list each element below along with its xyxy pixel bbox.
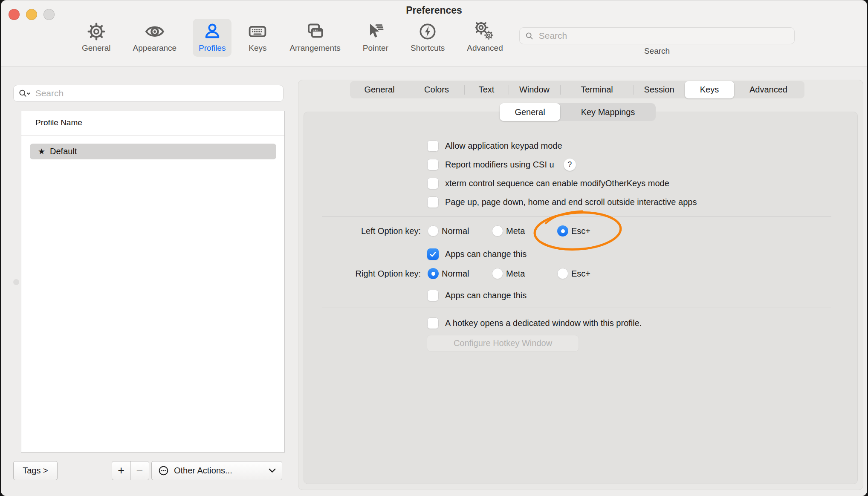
hotkey-checkbox[interactable] [427, 317, 439, 329]
tab-label: Window [519, 85, 550, 95]
left-option-meta[interactable]: Meta [492, 222, 525, 239]
checkbox-label: Allow application keypad mode [445, 141, 562, 151]
profile-section-tabs: General Colors Text Window Terminal Sess… [350, 81, 804, 98]
button-label: Configure Hotkey Window [454, 338, 552, 348]
toolbar-item-arrangements[interactable]: Arrangements [284, 19, 346, 57]
configure-hotkey-window-button[interactable]: Configure Hotkey Window [427, 335, 579, 352]
tab-label: Colors [424, 85, 449, 95]
right-apps-can-change-checkbox[interactable] [427, 290, 439, 301]
radio-label: Normal [442, 226, 469, 236]
toolbar-search-caption: Search [519, 46, 795, 56]
subtab-label: General [515, 107, 545, 117]
preferences-toolbar: General Appearance Profiles [76, 19, 509, 57]
subtab-key-mappings[interactable]: Key Mappings [560, 103, 656, 121]
toolbar-item-advanced[interactable]: Advanced [461, 19, 509, 57]
radio-esc[interactable] [557, 268, 568, 279]
left-apps-can-change-checkbox[interactable] [427, 248, 439, 260]
annotation-ellipse [528, 205, 628, 258]
plus-icon: + [118, 464, 124, 477]
tab-general[interactable]: General [350, 81, 409, 98]
toolbar-search-input[interactable] [538, 30, 789, 41]
minus-icon: − [136, 464, 143, 477]
tab-label: Advanced [749, 85, 787, 95]
tags-button[interactable]: Tags > [13, 461, 58, 480]
tab-label: Keys [700, 85, 719, 95]
check-icon [428, 250, 437, 259]
screenshot-stage: Preferences General [0, 0, 868, 496]
tab-label: General [364, 85, 394, 95]
remove-profile-button[interactable]: − [131, 461, 149, 480]
row-left-apps-can-change: Apps can change this [427, 245, 527, 262]
windows-icon [305, 22, 325, 41]
profile-row-default[interactable]: ★ Default [30, 144, 276, 159]
toolbar-search-field[interactable] [519, 27, 795, 44]
left-option-normal[interactable]: Normal [428, 222, 469, 239]
checkbox-label: Apps can change this [445, 249, 527, 259]
modify-other-keys-checkbox[interactable] [427, 178, 439, 189]
profile-list-header: Profile Name [35, 118, 82, 127]
toolbar-item-label: General [82, 43, 111, 53]
left-option-key-label: Left Option key: [299, 222, 421, 239]
row-csi-u: Report modifiers using CSI u ? [427, 156, 576, 173]
radio-normal[interactable] [428, 225, 439, 236]
radio-label: Meta [506, 226, 525, 236]
toolbar-item-shortcuts[interactable]: Shortcuts [405, 19, 451, 57]
toolbar-item-label: Keys [249, 43, 266, 53]
tab-terminal[interactable]: Terminal [560, 81, 634, 98]
radio-meta[interactable] [492, 268, 503, 279]
profile-search-input[interactable] [35, 88, 279, 99]
bolt-circle-icon [418, 22, 437, 41]
toolbar-item-keys[interactable]: Keys [242, 19, 273, 57]
toolbar-item-general[interactable]: General [76, 19, 117, 57]
window-title: Preferences [1, 5, 867, 16]
section-divider [322, 308, 831, 308]
toolbar-item-label: Advanced [467, 43, 503, 53]
page-scroll-checkbox[interactable] [427, 196, 439, 208]
help-button[interactable]: ? [564, 159, 576, 171]
tab-colors[interactable]: Colors [409, 81, 464, 98]
checkbox-label: xterm control sequence can enable modify… [445, 179, 669, 188]
toolbar-item-pointer[interactable]: Pointer [357, 19, 394, 57]
radio-normal-selected[interactable] [428, 268, 439, 279]
right-option-meta[interactable]: Meta [492, 265, 525, 282]
row-right-apps-can-change: Apps can change this [427, 287, 527, 304]
question-mark-icon: ? [567, 160, 572, 169]
tab-text[interactable]: Text [464, 81, 509, 98]
toolbar-item-label: Appearance [133, 43, 176, 53]
right-option-normal[interactable]: Normal [428, 265, 469, 282]
checkbox-label: Apps can change this [445, 291, 527, 300]
person-icon [203, 22, 222, 41]
keys-subtabs: General Key Mappings [500, 103, 656, 121]
pane-splitter-dot [13, 279, 19, 285]
other-actions-dropdown[interactable]: Other Actions... [151, 461, 282, 480]
right-option-key-label: Right Option key: [299, 265, 421, 282]
tab-advanced[interactable]: Advanced [734, 81, 803, 98]
row-modify-other-keys: xterm control sequence can enable modify… [427, 175, 669, 192]
profile-search-field[interactable] [13, 85, 284, 102]
tab-window[interactable]: Window [509, 81, 560, 98]
toolbar-item-appearance[interactable]: Appearance [127, 19, 182, 57]
search-scope-icon [18, 88, 32, 98]
right-option-esc[interactable]: Esc+ [557, 265, 590, 282]
keyboard-icon [248, 22, 267, 41]
subtab-general[interactable]: General [500, 103, 560, 121]
allow-keypad-checkbox[interactable] [427, 140, 439, 152]
csi-u-checkbox[interactable] [427, 159, 439, 170]
profile-list: Profile Name ★ Default [21, 111, 285, 453]
toolbar-item-label: Arrangements [289, 43, 340, 53]
toolbar-item-label: Shortcuts [411, 43, 445, 53]
radio-meta[interactable] [492, 225, 503, 236]
keys-tab-content [304, 112, 858, 484]
tab-keys[interactable]: Keys [685, 81, 734, 98]
radio-label: Normal [442, 269, 469, 279]
add-profile-button[interactable]: + [112, 461, 131, 480]
row-allow-keypad: Allow application keypad mode [427, 137, 562, 154]
chevron-down-icon [269, 468, 276, 473]
gear-icon [87, 22, 106, 41]
eye-icon [145, 22, 165, 41]
preferences-window: Preferences General [1, 0, 867, 496]
subtab-label: Key Mappings [581, 107, 635, 117]
toolbar-item-profiles[interactable]: Profiles [193, 19, 231, 57]
tab-session[interactable]: Session [634, 81, 685, 98]
checkbox-label: A hotkey opens a dedicated window with t… [445, 318, 642, 328]
